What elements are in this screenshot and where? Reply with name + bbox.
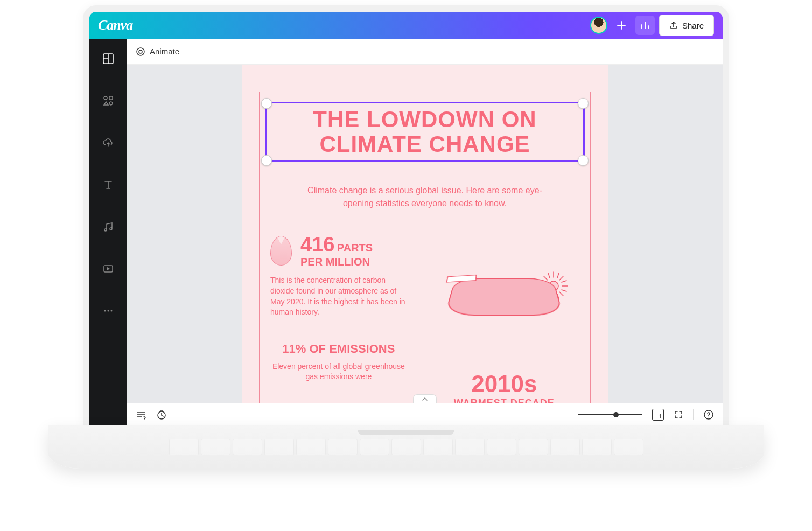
decade-year: 2010s <box>429 371 579 397</box>
stat-unit1: PARTS <box>337 242 373 254</box>
svg-point-8 <box>139 50 142 53</box>
svg-point-1 <box>104 96 107 100</box>
zoom-thumb[interactable] <box>613 412 619 417</box>
notes-button[interactable] <box>136 409 146 420</box>
share-label: Share <box>682 21 704 30</box>
sidebar-elements[interactable] <box>95 87 122 114</box>
resize-handle-br[interactable] <box>578 155 589 166</box>
stat-emissions[interactable]: 11% OF EMISSIONS Eleven percent of all g… <box>260 329 418 395</box>
emissions-desc: Eleven percent of all global greenhouse … <box>270 361 407 382</box>
svg-point-6 <box>111 310 113 312</box>
design-page[interactable]: THE LOWDOWN ON CLIMATE CHANGE Climate ch… <box>242 65 608 403</box>
sidebar-uploads[interactable] <box>95 129 122 156</box>
svg-rect-2 <box>109 96 113 100</box>
stat-number: 416 <box>300 233 334 256</box>
insights-button[interactable] <box>635 16 655 35</box>
bottombar: 1 <box>127 403 723 425</box>
svg-line-23 <box>562 290 566 291</box>
page-navigator-toggle[interactable] <box>413 394 437 403</box>
help-button[interactable] <box>703 409 714 420</box>
timer-icon <box>156 409 167 420</box>
drop-icon <box>270 236 292 266</box>
page-count: 1 <box>659 414 662 420</box>
notes-icon <box>136 409 146 420</box>
timer-button[interactable] <box>156 409 167 420</box>
video-icon <box>102 263 114 275</box>
help-icon <box>703 409 714 420</box>
resize-handle-bl[interactable] <box>261 155 272 166</box>
templates-icon <box>102 53 114 65</box>
svg-line-14 <box>544 276 548 280</box>
avatar[interactable] <box>590 17 607 34</box>
svg-point-4 <box>104 310 106 312</box>
animate-button[interactable]: Animate <box>136 47 179 57</box>
add-button[interactable] <box>612 16 631 35</box>
more-icon <box>102 305 114 317</box>
fullscreen-button[interactable] <box>674 410 683 420</box>
music-icon <box>102 221 114 233</box>
chevron-up-icon <box>422 397 428 401</box>
svg-line-19 <box>557 273 559 278</box>
sidebar <box>89 39 127 425</box>
sidebar-text[interactable] <box>95 171 122 198</box>
svg-line-18 <box>548 273 550 278</box>
svg-line-15 <box>559 292 563 296</box>
canva-logo[interactable]: Canva <box>98 17 132 33</box>
svg-line-16 <box>559 276 563 280</box>
sidebar-videos[interactable] <box>95 255 122 282</box>
plus-icon <box>616 20 627 31</box>
upload-icon <box>669 21 678 30</box>
divider <box>693 409 694 420</box>
stat-co2[interactable]: 416 PARTS PER MILLION This is the concen… <box>260 222 418 328</box>
sidebar-more[interactable] <box>95 297 122 324</box>
topbar: Canva Share <box>89 12 723 39</box>
page-count-button[interactable]: 1 <box>652 409 664 421</box>
stat-decade[interactable]: 2010s WARMEST DECADE The average global … <box>418 222 590 403</box>
animate-label: Animate <box>150 47 179 56</box>
animate-icon <box>136 47 145 57</box>
stat-unit2: PER MILLION <box>300 256 373 268</box>
text-icon <box>102 179 114 191</box>
zoom-slider[interactable] <box>578 414 642 415</box>
share-button[interactable]: Share <box>659 15 714 36</box>
svg-line-22 <box>562 281 566 282</box>
poster-subtitle[interactable]: Climate change is a serious global issue… <box>260 172 590 222</box>
bar-chart-icon <box>640 20 650 31</box>
cloud-upload-icon <box>102 137 114 149</box>
sidebar-templates[interactable] <box>95 45 122 72</box>
emissions-title: 11% OF EMISSIONS <box>270 342 407 356</box>
decade-sub: WARMEST DECADE <box>429 397 579 403</box>
selection-box <box>265 102 585 162</box>
context-toolbar: Animate <box>127 39 723 65</box>
svg-point-7 <box>137 48 144 55</box>
pool-icon <box>445 278 564 316</box>
svg-point-5 <box>108 310 109 312</box>
elements-icon <box>102 95 114 107</box>
canvas-area[interactable]: THE LOWDOWN ON CLIMATE CHANGE Climate ch… <box>127 65 723 403</box>
sidebar-audio[interactable] <box>95 213 122 240</box>
stat-desc: This is the concentration of carbon diox… <box>270 275 407 317</box>
fullscreen-icon <box>674 410 683 420</box>
